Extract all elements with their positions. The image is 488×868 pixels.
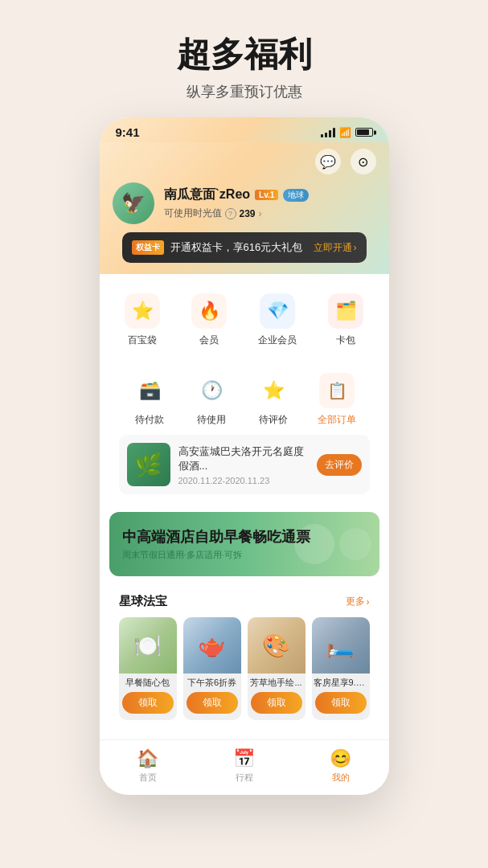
green-banner-text: 中高端酒店自助早餐畅吃通票 周末节假日通用·多店适用·可拆 xyxy=(122,527,310,561)
page-title: 超多福利 xyxy=(177,32,312,77)
status-bar: 9:41 📶 xyxy=(100,117,389,142)
order-pending-use[interactable]: 🕐 待使用 xyxy=(194,373,229,427)
green-banner[interactable]: 中高端酒店自助早餐畅吃通票 周末节假日通用·多店适用·可拆 xyxy=(109,512,379,576)
battery-icon xyxy=(355,128,373,137)
baibao-icon: ⭐ xyxy=(125,293,160,329)
more-label: 更多 xyxy=(346,595,365,608)
home-icon: 🏠 xyxy=(137,748,158,769)
room-btn-wrap: 领取 xyxy=(312,692,370,720)
wifi-icon: 📶 xyxy=(339,127,351,138)
menu-item-member[interactable]: 🔥 会员 xyxy=(191,293,227,347)
arrow-icon: › xyxy=(259,208,262,219)
card-label: 卡包 xyxy=(336,334,355,347)
green-banner-title: 中高端酒店自助早餐畅吃通票 xyxy=(122,527,310,547)
tea-thumbnail: 🫖 xyxy=(183,617,241,674)
enterprise-icon: 💎 xyxy=(260,293,295,329)
page-header: 超多福利 纵享多重预订优惠 xyxy=(177,0,312,117)
all-orders-label: 全部订单 xyxy=(318,413,356,427)
itinerary-icon: 📅 xyxy=(233,748,255,769)
star-tools-section: 星球法宝 更多 › 🍽️ 早餐随心包 领取 🫖 下午茶6折券 领取 xyxy=(109,584,379,731)
phone-mockup: 9:41 📶 💬 ⊙ 🦅 xyxy=(100,117,389,795)
tea-claim-button[interactable]: 领取 xyxy=(187,692,238,714)
breakfast-claim-button[interactable]: 领取 xyxy=(122,692,174,714)
more-button[interactable]: 更多 › xyxy=(346,595,370,608)
bottom-nav: 🏠 首页 📅 行程 😊 我的 xyxy=(100,739,389,795)
profile-info: 南瓜意面`zReo Lv.1 地球 可使用时光值 ? 239 › xyxy=(164,186,376,220)
star-tools-title: 星球法宝 xyxy=(119,594,167,609)
promo-arrow-icon: › xyxy=(354,242,357,253)
room-thumbnail: 🛏️ xyxy=(312,617,370,674)
baibao-label: 百宝袋 xyxy=(128,334,157,347)
top-actions: 💬 ⊙ xyxy=(113,149,376,174)
hotel-thumbnail-icon: 🌿 xyxy=(134,452,162,478)
earth-badge: 地球 xyxy=(283,189,309,202)
tool-card-room[interactable]: 🛏️ 客房星享9.5折 领取 xyxy=(312,617,370,720)
tea-label: 下午茶6折券 xyxy=(183,674,241,692)
review-thumb: 🌿 xyxy=(127,443,170,486)
promo-action-button[interactable]: 立即开通 › xyxy=(314,241,357,255)
order-pending-review[interactable]: ⭐ 待评价 xyxy=(256,373,291,427)
tools-grid: 🍽️ 早餐随心包 领取 🫖 下午茶6折券 领取 🎨 芳草地手绘... 领取 xyxy=(119,617,370,720)
tool-card-painting[interactable]: 🎨 芳草地手绘... 领取 xyxy=(248,617,306,720)
page-subtitle: 纵享多重预订优惠 xyxy=(177,82,312,101)
promo-left: 权益卡 开通权益卡，享616元大礼包 xyxy=(132,240,303,255)
scan-button[interactable]: ⊙ xyxy=(351,149,376,174)
card-icon: 🗂️ xyxy=(328,293,363,329)
review-content: 高安蓝城巴夫洛开元名庭度假酒... 2020.11.22-2020.11.23 xyxy=(178,444,309,485)
member-label: 会员 xyxy=(199,334,219,347)
review-item[interactable]: 🌿 高安蓝城巴夫洛开元名庭度假酒... 2020.11.22-2020.11.2… xyxy=(119,435,370,494)
review-button[interactable]: 去评价 xyxy=(317,454,362,476)
member-icon: 🔥 xyxy=(191,293,227,329)
breakfast-label: 早餐随心包 xyxy=(119,674,177,692)
pending-review-icon: ⭐ xyxy=(256,373,291,408)
menu-item-enterprise[interactable]: 💎 企业会员 xyxy=(258,293,297,347)
promo-text: 开通权益卡，享616元大礼包 xyxy=(170,240,303,255)
avatar[interactable]: 🦅 xyxy=(113,182,154,224)
status-time: 9:41 xyxy=(116,125,140,139)
info-icon[interactable]: ? xyxy=(225,208,236,219)
profile-name-row: 南瓜意面`zReo Lv.1 地球 xyxy=(164,186,376,203)
review-title: 高安蓝城巴夫洛开元名庭度假酒... xyxy=(178,444,309,473)
promo-banner[interactable]: 权益卡 开通权益卡，享616元大礼包 立即开通 › xyxy=(122,232,367,263)
room-claim-button[interactable]: 领取 xyxy=(315,692,367,714)
status-icons: 📶 xyxy=(321,127,373,138)
profile-name: 南瓜意面`zReo xyxy=(164,186,251,203)
painting-claim-button[interactable]: 领取 xyxy=(251,692,302,714)
review-date: 2020.11.22-2020.11.23 xyxy=(178,476,309,485)
home-label: 首页 xyxy=(139,772,157,784)
nav-item-mine[interactable]: 😊 我的 xyxy=(330,748,351,784)
points-row: 可使用时光值 ? 239 › xyxy=(164,207,376,220)
pending-use-label: 待使用 xyxy=(197,413,226,427)
pending-pay-label: 待付款 xyxy=(135,413,164,427)
tool-card-breakfast[interactable]: 🍽️ 早餐随心包 领取 xyxy=(119,617,177,720)
scan-icon: ⊙ xyxy=(358,154,368,170)
menu-item-card[interactable]: 🗂️ 卡包 xyxy=(328,293,363,347)
level-badge: Lv.1 xyxy=(255,190,278,200)
room-label: 客房星享9.5折 xyxy=(312,674,370,692)
painting-btn-wrap: 领取 xyxy=(248,692,306,720)
tool-card-tea[interactable]: 🫖 下午茶6折券 领取 xyxy=(183,617,241,720)
more-arrow-icon: › xyxy=(367,596,370,608)
promo-tag: 权益卡 xyxy=(132,240,164,255)
pending-pay-icon: 🗃️ xyxy=(132,373,167,408)
order-all[interactable]: 📋 全部订单 xyxy=(318,373,356,427)
all-orders-icon: 📋 xyxy=(319,373,355,408)
signal-icon xyxy=(321,128,335,137)
message-icon: 💬 xyxy=(320,154,336,170)
points-value: 239 xyxy=(240,208,256,219)
painting-label: 芳草地手绘... xyxy=(248,674,306,692)
menu-item-baibao[interactable]: ⭐ 百宝袋 xyxy=(125,293,160,347)
mine-label: 我的 xyxy=(332,772,350,784)
points-label: 可使用时光值 xyxy=(164,207,222,220)
painting-thumbnail: 🎨 xyxy=(248,617,306,674)
nav-item-itinerary[interactable]: 📅 行程 xyxy=(233,748,255,784)
pending-review-label: 待评价 xyxy=(259,413,288,427)
nav-item-home[interactable]: 🏠 首页 xyxy=(137,748,158,784)
breakfast-btn-wrap: 领取 xyxy=(119,692,177,720)
profile-row: 🦅 南瓜意面`zReo Lv.1 地球 可使用时光值 ? 239 › xyxy=(113,182,376,224)
message-button[interactable]: 💬 xyxy=(315,149,341,174)
order-pending-pay[interactable]: 🗃️ 待付款 xyxy=(132,373,167,427)
star-tools-header: 星球法宝 更多 › xyxy=(119,594,370,609)
breakfast-thumbnail: 🍽️ xyxy=(119,617,177,674)
itinerary-label: 行程 xyxy=(236,772,253,784)
